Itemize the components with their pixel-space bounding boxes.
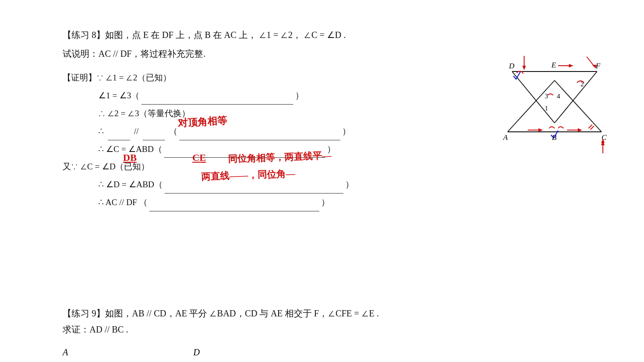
svg-text:1: 1 xyxy=(545,105,548,112)
svg-text:D: D xyxy=(508,62,515,70)
proof-line-8: ∴ AC // DF （） xyxy=(98,194,581,211)
ex9-subtitle: 求证：AD // BC . xyxy=(63,321,581,337)
svg-text:4: 4 xyxy=(557,93,560,100)
page: 【练习 8】如图，点 E 在 DF 上，点 B 在 AC 上， ∠1 = ∠2，… xyxy=(0,0,644,362)
svg-marker-25 xyxy=(578,128,582,132)
svg-line-4 xyxy=(555,80,602,132)
svg-marker-19 xyxy=(569,64,573,67)
annotation-duiding: 对顶角相等 xyxy=(178,114,227,130)
svg-marker-23 xyxy=(538,128,543,132)
svg-text:E: E xyxy=(551,61,556,69)
ex9-section: 【练习 9】如图，AB // CD，AE 平分 ∠BAD，CD 与 AE 相交于… xyxy=(63,305,581,337)
label-a: A xyxy=(63,347,68,358)
geometry-diagram: D E F A B C 3 4 1 2 xyxy=(501,42,608,154)
proof-label: 【证明】∵ ∠1 = ∠2（已知） xyxy=(63,69,171,87)
svg-line-0 xyxy=(512,72,555,123)
proof-line-7: ∴ ∠D = ∠ABD（） xyxy=(98,176,581,194)
svg-marker-17 xyxy=(522,66,526,70)
label-d: D xyxy=(193,347,199,358)
ex9-title: 【练习 9】如图，AB // CD，AE 平分 ∠BAD，CD 与 AE 相交于… xyxy=(63,305,581,321)
svg-line-1 xyxy=(555,72,597,123)
bottom-labels: A D xyxy=(63,347,200,358)
annotation-ce: CE xyxy=(192,152,206,164)
svg-text:A: A xyxy=(503,133,508,142)
ex8-title: 【练习 8】如图，点 E 在 DF 上，点 B 在 AC 上， ∠1 = ∠2，… xyxy=(63,27,581,43)
annotation-db: DB xyxy=(123,152,137,164)
svg-text:3: 3 xyxy=(545,93,548,100)
